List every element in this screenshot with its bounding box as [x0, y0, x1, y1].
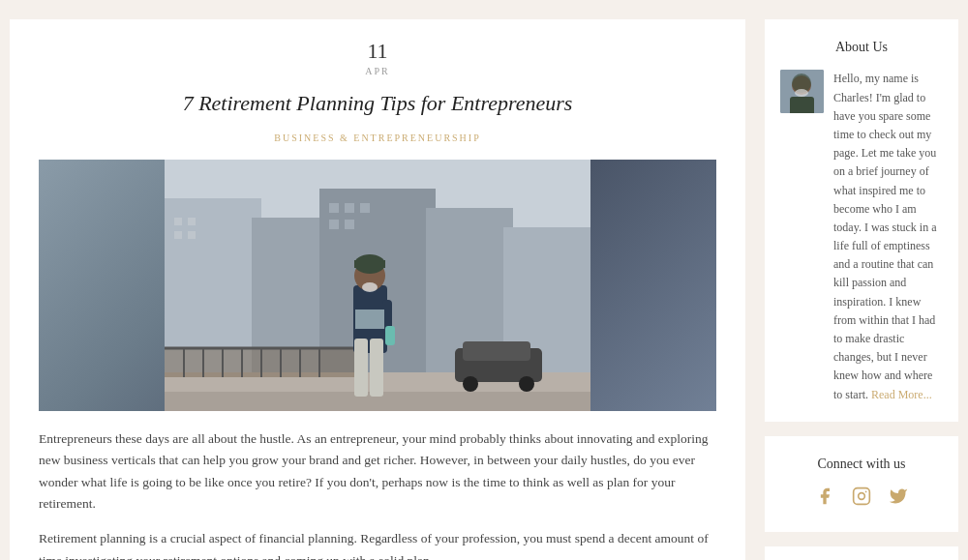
- svg-point-48: [865, 491, 867, 493]
- instagram-icon[interactable]: [852, 486, 871, 515]
- svg-rect-6: [174, 218, 182, 225]
- read-more-link[interactable]: Read More...: [871, 388, 932, 401]
- main-content: 11 APR 7 Retirement Planning Tips for En…: [10, 19, 745, 560]
- svg-point-37: [362, 282, 378, 292]
- svg-rect-12: [360, 203, 370, 213]
- about-section: Hello, my name is Charles! I'm glad to h…: [780, 70, 943, 403]
- svg-rect-10: [329, 203, 339, 213]
- article-paragraph-2: Retirement planning is a crucial aspect …: [39, 528, 716, 560]
- svg-rect-14: [345, 220, 354, 229]
- sidebar: About Us Hello, my name: [765, 19, 958, 560]
- svg-rect-40: [355, 309, 384, 329]
- avatar: [780, 70, 824, 113]
- svg-rect-43: [790, 97, 814, 113]
- about-top: Hello, my name is Charles! I'm glad to h…: [780, 70, 943, 403]
- social-icons: [780, 486, 943, 515]
- svg-point-45: [795, 89, 808, 97]
- svg-rect-39: [385, 326, 395, 345]
- article-image: [39, 160, 716, 411]
- facebook-icon[interactable]: [815, 486, 834, 515]
- about-card: About Us Hello, my name: [765, 19, 958, 422]
- page-wrapper: 11 APR 7 Retirement Planning Tips for En…: [0, 0, 968, 560]
- svg-rect-36: [354, 260, 385, 268]
- svg-point-47: [859, 493, 865, 500]
- about-body: Hello, my name is Charles! I'm glad to h…: [833, 70, 943, 403]
- svg-rect-13: [329, 220, 339, 229]
- article-title: 7 Retirement Planning Tips for Entrepren…: [39, 89, 716, 119]
- svg-rect-46: [854, 488, 870, 505]
- newsletter-card: Newsletter SUBSCRIBE: [765, 546, 958, 560]
- date-month: APR: [39, 64, 716, 79]
- date-day: 11: [39, 39, 716, 64]
- article-paragraph-1: Entrepreneurs these days are all about t…: [39, 428, 716, 515]
- svg-rect-9: [188, 231, 196, 239]
- article-category: BUSINESS & ENTREPRENEURSHIP: [39, 131, 716, 146]
- svg-rect-32: [354, 339, 368, 397]
- date-block: 11 APR: [39, 39, 716, 79]
- connect-title: Connect with us: [780, 454, 943, 475]
- svg-point-30: [519, 376, 534, 392]
- svg-rect-33: [370, 339, 383, 397]
- svg-rect-8: [174, 231, 182, 239]
- connect-card: Connect with us: [765, 436, 958, 532]
- twitter-icon[interactable]: [889, 486, 908, 515]
- about-title: About Us: [780, 37, 943, 58]
- svg-rect-7: [188, 218, 196, 225]
- svg-point-29: [463, 376, 478, 392]
- svg-rect-11: [345, 203, 354, 213]
- svg-rect-28: [463, 341, 530, 361]
